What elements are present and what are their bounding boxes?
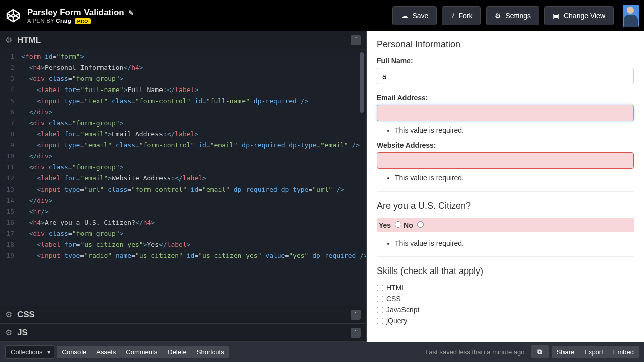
comments-button[interactable]: Comments xyxy=(121,346,163,358)
editors-column: ⚙ HTML ˇ 12345678910111213141516171819 <… xyxy=(0,31,367,342)
external-icon: ⧉ xyxy=(536,348,544,356)
citizen-radio-group: Yes No xyxy=(377,218,634,232)
author-prefix: A PEN BY xyxy=(27,18,54,24)
email-label: Email Address: xyxy=(377,94,634,102)
delete-button[interactable]: Delete xyxy=(163,346,192,358)
line-gutter: 12345678910111213141516171819 xyxy=(0,51,18,261)
save-button[interactable]: ☁ Save xyxy=(392,6,437,25)
header-actions: ☁ Save ⑂ Fork ⚙ Settings ▣ Change View xyxy=(392,5,639,27)
html-panel: ⚙ HTML ˇ 12345678910111213141516171819 <… xyxy=(0,31,366,306)
embed-button[interactable]: Embed xyxy=(608,346,639,358)
codepen-logo[interactable] xyxy=(5,8,21,24)
skill-row: jQuery xyxy=(377,317,634,325)
section-citizen: Are you a U.S. Citizen? xyxy=(377,201,634,211)
main-area: ⚙ HTML ˇ 12345678910111213141516171819 <… xyxy=(0,31,644,342)
bottom-toolbar: Collections ConsoleAssetsCommentsDeleteS… xyxy=(0,342,644,362)
skill-row: JavaScript xyxy=(377,306,634,314)
settings-button[interactable]: ⚙ Settings xyxy=(486,6,539,25)
js-chevron-down-icon[interactable]: ˇ xyxy=(351,328,361,338)
fork-icon: ⑂ xyxy=(450,12,454,20)
skill-checkbox[interactable] xyxy=(377,296,383,302)
gear-icon: ⚙ xyxy=(495,12,501,20)
website-label: Website Address: xyxy=(377,141,634,149)
html-panel-header: ⚙ HTML ˇ xyxy=(0,31,366,49)
css-chevron-down-icon[interactable]: ˇ xyxy=(351,310,361,320)
citizen-no-radio[interactable] xyxy=(417,221,424,228)
fullname-label: Full Name: xyxy=(377,57,634,65)
user-avatar[interactable] xyxy=(623,5,639,27)
console-button[interactable]: Console xyxy=(57,346,92,358)
fork-button[interactable]: ⑂ Fork xyxy=(442,6,481,25)
divider xyxy=(377,256,634,257)
css-gear-icon[interactable]: ⚙ xyxy=(5,310,12,319)
html-panel-title: HTML xyxy=(17,35,351,45)
js-gear-icon[interactable]: ⚙ xyxy=(5,328,12,337)
citizen-yes-radio[interactable] xyxy=(395,221,401,228)
js-panel-title: JS xyxy=(17,328,351,338)
skill-label: jQuery xyxy=(386,317,407,325)
skill-row: CSS xyxy=(377,295,634,303)
assets-button[interactable]: Assets xyxy=(91,346,121,358)
skill-label: HTML xyxy=(386,284,406,292)
email-input[interactable] xyxy=(377,105,634,121)
top-header: Parsley Form Validation ✎ A PEN BY Craig… xyxy=(0,0,644,31)
edit-title-icon[interactable]: ✎ xyxy=(128,9,134,17)
editor-scrollbar[interactable] xyxy=(360,52,364,113)
cloud-icon: ☁ xyxy=(401,12,408,20)
citizen-error: This value is required. xyxy=(395,239,634,247)
html-chevron-down-icon[interactable]: ˇ xyxy=(351,35,361,45)
title-block: Parsley Form Validation ✎ A PEN BY Craig… xyxy=(27,8,392,24)
divider xyxy=(377,191,634,192)
section-personal-info: Personal Information xyxy=(377,39,634,50)
pro-badge: PRO xyxy=(75,18,91,24)
css-panel-header: ⚙ CSS ˇ xyxy=(0,306,366,324)
skill-row: HTML xyxy=(377,284,634,292)
author-link[interactable]: Craig xyxy=(56,18,72,24)
pen-title[interactable]: Parsley Form Validation xyxy=(27,8,124,18)
view-icon: ▣ xyxy=(553,12,559,20)
code-content[interactable]: <form id="form"> <h4>Personal Informatio… xyxy=(21,51,366,261)
css-panel-title: CSS xyxy=(17,310,351,320)
citizen-yes-label: Yes xyxy=(379,221,391,229)
html-gear-icon[interactable]: ⚙ xyxy=(5,35,12,45)
export-button[interactable]: Export xyxy=(579,346,608,358)
preview-pane: Personal Information Full Name: Email Ad… xyxy=(367,31,644,342)
skill-label: CSS xyxy=(386,295,401,303)
shortcuts-button[interactable]: Shortcuts xyxy=(192,346,229,358)
open-window-button[interactable]: ⧉ xyxy=(531,345,549,358)
website-error: This value is required. xyxy=(395,174,634,182)
fullname-input[interactable] xyxy=(377,68,634,84)
email-error: This value is required. xyxy=(395,126,634,134)
skill-label: JavaScript xyxy=(386,306,419,314)
js-panel-header: ⚙ JS ˇ xyxy=(0,324,366,342)
skill-checkbox[interactable] xyxy=(377,318,383,324)
skill-checkbox[interactable] xyxy=(377,285,383,291)
website-input[interactable] xyxy=(377,152,634,169)
save-status: Last saved less than a minute ago xyxy=(425,348,524,356)
citizen-no-label: No xyxy=(404,221,413,229)
section-skills: Skills (check all that apply) xyxy=(377,266,634,277)
change-view-button[interactable]: ▣ Change View xyxy=(544,6,614,25)
html-editor[interactable]: 12345678910111213141516171819 <form id="… xyxy=(0,49,366,306)
share-button[interactable]: Share xyxy=(552,346,580,358)
skill-checkbox[interactable] xyxy=(377,307,383,313)
collections-dropdown[interactable]: Collections xyxy=(5,345,54,359)
